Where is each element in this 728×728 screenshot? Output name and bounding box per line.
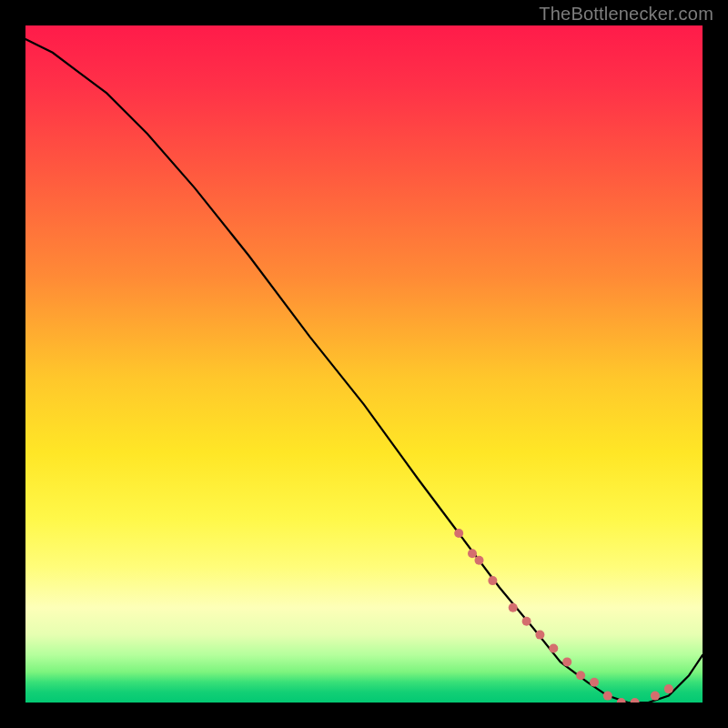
- marker-dot: [535, 631, 544, 640]
- marker-dot: [468, 549, 477, 558]
- marker-dot: [651, 692, 660, 701]
- chart-svg: [25, 25, 703, 703]
- chart-stage: TheBottlenecker.com: [0, 0, 728, 728]
- marker-dot: [522, 617, 531, 626]
- attribution-text: TheBottlenecker.com: [539, 4, 713, 25]
- marker-dot: [576, 671, 585, 680]
- curve-line: [25, 39, 703, 703]
- marker-dot: [562, 657, 571, 666]
- marker-dot: [488, 576, 497, 585]
- marker-dot: [549, 644, 558, 653]
- plot-area: [25, 25, 703, 703]
- marker-dot: [603, 692, 612, 701]
- marker-dot: [631, 698, 640, 703]
- marker-dot: [590, 678, 599, 687]
- marker-dot: [509, 603, 518, 612]
- highlight-markers: [454, 529, 673, 703]
- marker-dot: [475, 556, 484, 565]
- marker-dot: [664, 684, 673, 693]
- marker-dot: [454, 529, 463, 538]
